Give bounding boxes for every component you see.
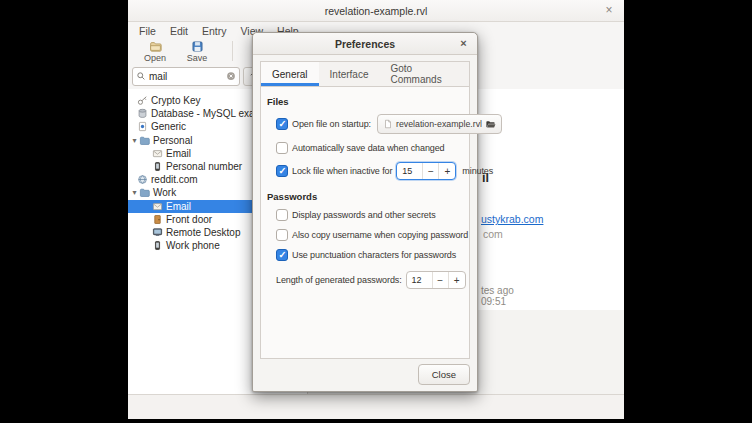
- close-button[interactable]: Close: [418, 364, 470, 385]
- tab-bar: GeneralInterfaceGoto Commands: [261, 62, 469, 87]
- menu-file[interactable]: File: [132, 24, 163, 38]
- minus-button[interactable]: −: [433, 272, 449, 288]
- tab-general[interactable]: General: [261, 62, 319, 86]
- dialog-close-button[interactable]: ×: [456, 36, 471, 51]
- passwords-section-heading: Passwords: [267, 191, 464, 202]
- minus-button[interactable]: −: [423, 163, 439, 179]
- file-open-icon: [485, 119, 496, 130]
- save-button[interactable]: Save: [176, 40, 218, 63]
- plus-button[interactable]: +: [439, 163, 455, 179]
- punctuation-label: Use punctuation characters for passwords: [292, 250, 456, 260]
- general-tab-page: Files Open file on startup: revelation-e…: [261, 87, 469, 289]
- phone-icon: [152, 240, 163, 251]
- plus-button[interactable]: +: [449, 272, 465, 288]
- key-icon: [137, 95, 148, 106]
- copy-username-label: Also copy username when copying password: [292, 230, 468, 240]
- statusbar: [128, 394, 624, 419]
- search-icon: [136, 71, 146, 81]
- tree-item-label: Email: [166, 201, 191, 212]
- preferences-dialog: Preferences × GeneralInterfaceGoto Comma…: [252, 32, 478, 392]
- display-secrets-label: Display passwords and other secrets: [292, 210, 436, 220]
- startup-file-name: revelation-example.rvl: [396, 119, 482, 129]
- remote-desktop-icon: [152, 227, 163, 238]
- tree-item-label: Crypto Key: [151, 95, 200, 106]
- tab-interface[interactable]: Interface: [319, 62, 380, 86]
- search-input[interactable]: [149, 71, 223, 82]
- website-icon: [137, 174, 148, 185]
- entry-username-fragment: com: [483, 228, 503, 240]
- display-secrets-checkbox[interactable]: [276, 209, 288, 221]
- open-folder-icon: [149, 40, 162, 53]
- door-icon: [152, 214, 163, 225]
- expander-icon[interactable]: ▾: [130, 136, 139, 145]
- menu-edit[interactable]: Edit: [163, 24, 195, 38]
- save-icon: [191, 40, 204, 53]
- files-section-heading: Files: [267, 96, 464, 107]
- tree-item-label: Remote Desktop: [166, 227, 240, 238]
- password-length-value[interactable]: 12: [407, 272, 433, 288]
- open-on-startup-checkbox[interactable]: [276, 118, 288, 130]
- tree-item-label: Work: [153, 187, 176, 198]
- punctuation-row: Use punctuation characters for passwords: [276, 249, 464, 261]
- entry-updated-fragment: tes ago: [481, 285, 514, 296]
- entry-time-fragment: 09:51: [481, 296, 506, 307]
- startup-file-button[interactable]: revelation-example.rvl: [377, 114, 502, 134]
- password-length-label: Length of generated passwords:: [276, 275, 402, 285]
- copy-username-checkbox[interactable]: [276, 229, 288, 241]
- folder-icon: [139, 135, 150, 146]
- lock-file-checkbox[interactable]: [276, 165, 288, 177]
- autosave-checkbox[interactable]: [276, 142, 288, 154]
- document-icon: [383, 119, 393, 129]
- tree-item-label: Generic: [151, 121, 186, 132]
- tree-item-label: Email: [166, 148, 191, 159]
- folder-icon: [139, 187, 150, 198]
- password-length-row: Length of generated passwords: 12 − +: [276, 271, 464, 289]
- password-length-spinner: 12 − +: [406, 271, 466, 289]
- email-icon: [152, 148, 163, 159]
- open-button[interactable]: Open: [134, 40, 176, 63]
- tab-goto-commands[interactable]: Goto Commands: [380, 62, 470, 86]
- lock-file-label: Lock file when inactive for: [292, 166, 392, 176]
- copy-username-row: Also copy username when copying password: [276, 229, 464, 241]
- autosave-row: Automatically save data when changed: [276, 142, 464, 154]
- dialog-titlebar: Preferences ×: [253, 33, 477, 55]
- toolbar-separator: [232, 41, 233, 61]
- lock-file-row: Lock file when inactive for 15 − + minut…: [276, 162, 464, 180]
- preferences-notebook: GeneralInterfaceGoto Commands Files Open…: [260, 61, 470, 359]
- tree-item-label: reddit.com: [151, 174, 198, 185]
- punctuation-checkbox[interactable]: [276, 249, 288, 261]
- phone-icon: [152, 161, 163, 172]
- email-icon: [152, 201, 163, 212]
- lock-minutes-suffix: minutes: [462, 166, 493, 176]
- window-titlebar: revelation-example.rvl ×: [128, 0, 624, 22]
- lock-minutes-value[interactable]: 15: [397, 163, 423, 179]
- window-title: revelation-example.rvl: [325, 5, 428, 17]
- tree-item-label: Work phone: [166, 240, 220, 251]
- tree-item-label: Front door: [166, 214, 212, 225]
- window-close-button[interactable]: ×: [601, 2, 617, 18]
- expander-icon[interactable]: ▾: [130, 188, 139, 197]
- generic-icon: [137, 121, 148, 132]
- tree-item-label: Personal: [153, 135, 192, 146]
- lock-minutes-spinner: 15 − +: [396, 162, 456, 180]
- clear-search-icon[interactable]: [226, 71, 236, 81]
- dialog-title: Preferences: [335, 38, 395, 50]
- autosave-label: Automatically save data when changed: [292, 143, 445, 153]
- open-on-startup-row: Open file on startup: revelation-example…: [276, 114, 464, 134]
- tree-item-label: Personal number: [166, 161, 242, 172]
- entry-url-link-fragment[interactable]: ustykrab.com: [481, 213, 543, 225]
- menu-entry[interactable]: Entry: [195, 24, 234, 38]
- open-on-startup-label: Open file on startup:: [292, 119, 371, 129]
- display-secrets-row: Display passwords and other secrets: [276, 209, 464, 221]
- search-field[interactable]: [132, 67, 240, 86]
- database-icon: [137, 108, 148, 119]
